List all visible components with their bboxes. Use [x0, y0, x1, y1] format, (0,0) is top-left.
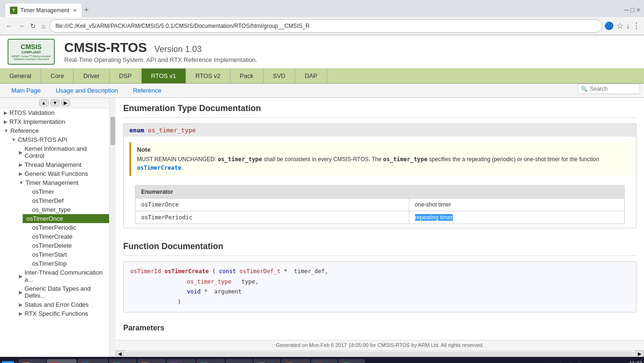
sidebar-scroll-up-button[interactable]: ▲	[39, 99, 49, 106]
taskbar-item-5[interactable]: CA...	[167, 359, 195, 363]
secondary-navigation: Main Page Usage and Description Referenc…	[0, 84, 644, 98]
scroll-left-button[interactable]: ◀	[116, 350, 124, 357]
enum-header: enum os_timer_type	[124, 124, 636, 137]
sidebar-item-generic-data[interactable]: ▶ Generic Data Types and Defini...	[15, 284, 109, 300]
taskbar-right: 🌙 📋 🔊 🔍 100% 11:42 2019/2/6 星期三	[546, 360, 642, 363]
code-os-timer-type-2: os_timer_type	[383, 156, 427, 163]
scroll-right-button[interactable]: ▶	[636, 350, 644, 357]
taskbar-item-11[interactable]: 录...	[339, 359, 365, 363]
sidebar-item-otimerstart[interactable]: osTimerStart	[23, 250, 109, 259]
sidebar-item-generic-wait[interactable]: ▶ Generic Wait Functions	[15, 169, 109, 178]
sidebar-scrollbar[interactable]	[109, 98, 116, 357]
taskbar-item-2[interactable]: W 7...	[77, 359, 108, 363]
sidebar: ▲ ▼ ▶ ▶ RTOS Validation ▶ RTX Implementa…	[0, 98, 109, 357]
nav-rtos-v1[interactable]: RTOS v1	[142, 69, 186, 83]
bookmark-button[interactable]: ☆	[617, 21, 623, 30]
address-bar[interactable]	[49, 19, 602, 33]
sidebar-item-reference[interactable]: ▼ Reference	[0, 126, 109, 135]
nav-pack[interactable]: Pack	[230, 69, 263, 83]
site-main-title: CMSIS-RTOS	[64, 40, 147, 55]
sidebar-scroll-right-button[interactable]: ▶	[61, 99, 70, 106]
sidebar-scrollbar-thumb[interactable]	[110, 117, 115, 145]
extensions-button[interactable]: 🔵	[604, 21, 614, 30]
nav-reference[interactable]: Reference	[126, 84, 169, 97]
table-row: osTimerPeriodic repeating timer	[136, 211, 625, 224]
sidebar-label-text: RTX Specific Functions	[25, 310, 88, 317]
window-maximize-button[interactable]: □	[630, 6, 634, 14]
nav-general[interactable]: General	[0, 69, 41, 83]
taskbar-item-3[interactable]: ST...	[109, 359, 136, 363]
sidebar-item-otimerstop[interactable]: osTimerStop	[23, 259, 109, 268]
note-box: Note MUST REMAIN UNCHANGED: os_timer_typ…	[129, 142, 630, 176]
taskbar-item-1[interactable]: Tim...	[47, 359, 76, 363]
home-button[interactable]: ⌂	[40, 21, 47, 31]
sidebar-item-thread-mgmt[interactable]: ▶ Thread Management	[15, 160, 109, 169]
browser-nav-icons: 🔵 ☆ ↓ ⋮	[604, 21, 640, 30]
ostimercreate-link[interactable]: osTimerCreate	[137, 164, 181, 171]
taskbar: ⊞ rto... Tim... W 7... ST... CA... CA...…	[0, 357, 644, 363]
enum-box: enum os_timer_type Note MUST REMAIN UNCH…	[123, 123, 636, 228]
arrow-icon: ▶	[19, 302, 23, 307]
nav-driver[interactable]: Driver	[74, 69, 110, 83]
sidebar-children-timer: osTimer osTimerDef os_timer_type osTimer…	[15, 187, 109, 268]
new-tab-button[interactable]: +	[84, 5, 89, 15]
content-bottom-scrollbar[interactable]: ◀ ▶	[116, 350, 644, 357]
content-wrapper: Enumeration Type Documentation enum os_t…	[116, 98, 644, 357]
forward-button[interactable]: →	[16, 21, 26, 31]
nav-core[interactable]: Core	[41, 69, 74, 83]
sidebar-item-otimerdef[interactable]: osTimerDef	[23, 196, 109, 205]
settings-button[interactable]: ⋮	[633, 21, 640, 30]
window-minimize-button[interactable]: ─	[624, 6, 628, 14]
nav-usage-description[interactable]: Usage and Description	[48, 84, 126, 97]
arrow-down-icon: ▼	[11, 137, 16, 142]
sidebar-item-ostimperiodic[interactable]: osTimerPeriodic	[23, 223, 109, 232]
sidebar-item-rtx-impl[interactable]: ▶ RTX Implementation	[0, 117, 109, 126]
sidebar-children-reference: ▼ CMSIS-RTOS API ▶ Kernel Information an…	[0, 135, 109, 318]
nav-rtos-v2[interactable]: RTOS v2	[186, 69, 230, 83]
search-input[interactable]	[590, 86, 637, 92]
sidebar-item-status-codes[interactable]: ▶ Status and Error Codes	[15, 300, 109, 309]
taskbar-item-10[interactable]: 文...	[311, 359, 338, 363]
taskbar-item-0[interactable]: rto...	[18, 359, 46, 363]
table-row: osTimerOnce one-shot timer	[136, 199, 625, 211]
refresh-button[interactable]: ↻	[28, 21, 38, 31]
sidebar-section-reference: ▼ Reference ▼ CMSIS-RTOS API ▶ Kerne	[0, 126, 109, 318]
func-section-title: Function Documentation	[123, 236, 636, 256]
sidebar-section-rtx-impl: ▶ RTX Implementation	[0, 117, 109, 126]
nav-main-page[interactable]: Main Page	[4, 84, 48, 97]
taskbar-item-9[interactable]: CA...	[281, 359, 310, 363]
taskbar-item-6[interactable]: EA...	[196, 359, 225, 363]
taskbar-item-4[interactable]: CA...	[137, 359, 166, 363]
sidebar-item-rtos-validation[interactable]: ▶ RTOS Validation	[0, 108, 109, 117]
taskbar-item-7[interactable]: ne...	[226, 359, 253, 363]
browser-chrome: T Timer Management × + ─ □ × ← → ↻ ⌂ 🔵 ☆…	[0, 0, 644, 35]
sidebar-item-rtx-funcs[interactable]: ▶ RTX Specific Functions	[15, 309, 109, 318]
sidebar-item-ostimer[interactable]: osTimer	[23, 187, 109, 196]
sidebar-item-ostimeronce[interactable]: osTimerOnce	[23, 214, 109, 223]
nav-svd[interactable]: SVD	[263, 69, 296, 83]
footer: Generated on Mon Feb 6 2017 18:05:00 for…	[116, 340, 644, 350]
back-button[interactable]: ←	[4, 21, 14, 31]
sidebar-item-cmsis-api[interactable]: ▼ CMSIS-RTOS API	[8, 135, 109, 144]
sidebar-item-kernel-info[interactable]: ▶ Kernel Information and Control	[15, 144, 109, 160]
sidebar-item-interthread[interactable]: ▶ Inter-Thread Communication a...	[15, 268, 109, 284]
sidebar-item-ostimercreate[interactable]: osTimerCreate	[23, 232, 109, 241]
download-button[interactable]: ↓	[626, 22, 630, 30]
window-close-button[interactable]: ×	[636, 6, 640, 14]
func-code-box: osTimerId osTimerCreate ( const osTimerD…	[123, 261, 636, 312]
taskbar-item-8[interactable]: ne...	[254, 359, 280, 363]
sidebar-item-otimerdelete[interactable]: osTimerDelete	[23, 241, 109, 250]
taskbar-clock: 11:42 2019/2/6 星期三	[605, 360, 642, 363]
nav-dsp[interactable]: DSP	[110, 69, 142, 83]
enum-row-1-name: osTimerPeriodic	[136, 211, 409, 224]
nav-dap[interactable]: DAP	[295, 69, 327, 83]
arrow-icon: ▶	[19, 150, 23, 155]
sidebar-item-timer-mgmt[interactable]: ▼ Timer Management	[15, 178, 109, 187]
horizontal-scroll-track[interactable]	[125, 352, 635, 356]
start-button[interactable]: ⊞	[2, 361, 14, 363]
active-tab[interactable]: T Timer Management ×	[5, 3, 82, 17]
tab-close-button[interactable]: ×	[69, 7, 77, 14]
sidebar-scroll-down-button[interactable]: ▼	[51, 99, 60, 106]
sidebar-label-text: Generic Wait Functions	[25, 170, 88, 177]
sidebar-item-os-timer-type[interactable]: os_timer_type	[23, 205, 109, 214]
